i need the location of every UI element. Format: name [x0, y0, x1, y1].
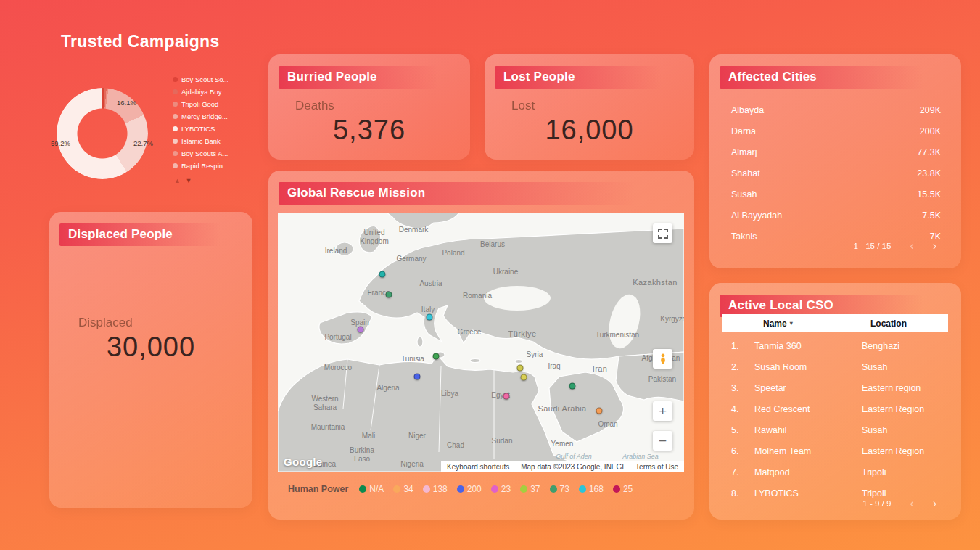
cso-location: Tripoli	[862, 467, 886, 477]
map-country-label: Nigeria	[400, 460, 424, 468]
page-indicator: 1 - 9 / 9	[862, 499, 891, 508]
legend-color-icon	[173, 77, 178, 82]
map-marker[interactable]	[517, 365, 524, 372]
table-row[interactable]: 3.SpeetarEastern region	[722, 377, 948, 398]
column-header-location[interactable]: Location	[870, 319, 907, 329]
chevron-left-icon[interactable]: ‹	[910, 498, 913, 509]
legend-scroll-down-icon[interactable]: ▼	[185, 177, 192, 184]
map-marker[interactable]	[503, 393, 510, 400]
map-country-label: United Kingdom	[355, 229, 393, 245]
map-marker[interactable]	[433, 353, 440, 360]
map-marker[interactable]	[358, 327, 364, 333]
map-marker[interactable]	[427, 314, 433, 321]
city-name: Albayda	[731, 105, 764, 115]
map-country-label: Syria	[527, 350, 543, 358]
table-row[interactable]: 6.Molhem TeamEastern Region	[722, 440, 948, 461]
cso-location: Susah	[862, 362, 887, 372]
metric-label: Lost	[511, 99, 694, 113]
map-country-label: Turkmenistan	[596, 331, 639, 339]
legend-item[interactable]: Boy Scouts A...	[173, 149, 228, 157]
pegman-icon	[658, 353, 668, 365]
map-marker[interactable]	[569, 383, 576, 390]
cso-location: Susah	[862, 425, 887, 435]
map-marker[interactable]	[379, 271, 386, 278]
legend-color-icon	[173, 139, 178, 144]
card-title: Displaced People	[59, 223, 242, 246]
table-row[interactable]: Al Bayyadah7.5K	[731, 205, 941, 226]
map-country-label: Oman	[598, 420, 617, 428]
legend-label: 23	[501, 484, 511, 494]
legend-item[interactable]: Rapid Respin...	[173, 162, 228, 170]
human-power-legend: Human Power N/A 34 138 200 23 37 73 168 …	[288, 484, 633, 494]
table-row[interactable]: 7.MafqoodTripoli	[722, 461, 948, 483]
pegman-button[interactable]	[653, 349, 672, 369]
city-value: 209K	[920, 105, 941, 115]
legend-label: 34	[403, 484, 413, 494]
terms-of-use-link[interactable]: Terms of Use	[635, 463, 678, 471]
map-country-label: Italy	[421, 305, 435, 313]
keyboard-shortcuts-link[interactable]: Keyboard shortcuts	[447, 463, 509, 471]
rescue-mission-card: Global Rescue Mission	[268, 171, 694, 520]
card-title: Affected Cities	[720, 66, 951, 89]
pagination: 1 - 15 / 15 ‹ ›	[854, 240, 936, 252]
cso-location: Eastern region	[862, 383, 921, 393]
map-country-label: Romania	[463, 292, 492, 300]
legend-item[interactable]: Islamic Bank	[173, 137, 228, 145]
map-marker[interactable]	[596, 408, 603, 414]
legend-item: 138	[423, 484, 448, 494]
map-country-label: Iraq	[548, 362, 560, 370]
map-country-label: Chad	[447, 441, 464, 449]
cso-name: Tanmia 360	[754, 341, 862, 351]
zoom-out-button[interactable]: −	[653, 431, 672, 451]
cso-name: LYBOTICS	[754, 488, 862, 498]
table-row[interactable]: Almarj77.3K	[731, 141, 941, 163]
cso-table: 1.Tanmia 360Benghazi 2.Susah RoomSusah 3…	[722, 335, 948, 504]
legend-item[interactable]: LYBOTICS	[173, 125, 228, 133]
table-row[interactable]: 5.RawahilSusah	[722, 419, 948, 440]
legend-item[interactable]: Boy Scout So...	[173, 75, 228, 83]
map-country-label: Iran	[593, 364, 608, 373]
cso-name: Red Crescent	[754, 404, 862, 414]
zoom-in-button[interactable]: +	[653, 401, 672, 421]
legend-item: 25	[613, 484, 633, 494]
table-row[interactable]: Albayda209K	[731, 99, 941, 120]
map-marker[interactable]	[414, 374, 421, 380]
card-title: Lost People	[495, 66, 684, 89]
map-country-label: Ukraine	[493, 268, 518, 276]
legend-color-icon	[173, 89, 178, 94]
map-marker[interactable]	[521, 374, 527, 381]
column-header-name[interactable]: Name ▾	[763, 319, 870, 329]
legend-scroll-up-icon[interactable]: ▲	[174, 177, 181, 184]
donut-slice-label: 22.7%	[133, 139, 153, 147]
column-label: Name	[763, 319, 787, 329]
google-map[interactable]: Denmark United Kingdom Ireland Germany P…	[278, 213, 684, 472]
map-marker[interactable]	[386, 292, 392, 298]
table-row[interactable]: 4.Red CrescentEastern Region	[722, 398, 948, 419]
chevron-right-icon[interactable]: ›	[933, 498, 936, 509]
pagination: 1 - 9 / 9 ‹ ›	[862, 498, 936, 509]
legend-color-icon	[173, 126, 178, 131]
legend-color-icon	[359, 485, 366, 493]
table-row[interactable]: Shahat23.8K	[731, 163, 941, 184]
table-row[interactable]: 1.Tanmia 360Benghazi	[722, 335, 948, 356]
map-country-label: Saudi Arabia	[538, 404, 586, 413]
legend-item[interactable]: Tripoli Good	[173, 100, 228, 108]
cso-location: Eastern Region	[862, 446, 924, 456]
fullscreen-button[interactable]	[653, 223, 672, 243]
legend-label: Tripoli Good	[181, 100, 218, 108]
metric-value: 16,000	[485, 115, 694, 146]
table-row[interactable]: Susah15.5K	[731, 184, 941, 205]
map-country-label: Pakistan	[648, 375, 676, 383]
legend-title: Human Power	[288, 484, 348, 494]
table-row[interactable]: Darna200K	[731, 120, 941, 141]
google-logo: Google	[284, 456, 322, 468]
legend-item[interactable]: Mercy Bridge...	[173, 112, 228, 120]
city-name: Almarj	[731, 147, 757, 157]
chevron-left-icon[interactable]: ‹	[910, 240, 913, 252]
city-value: 15.5K	[917, 189, 941, 200]
legend-item[interactable]: Ajdabiya Boy...	[173, 88, 228, 96]
city-name: Al Bayyadah	[731, 210, 782, 221]
table-row[interactable]: 2.Susah RoomSusah	[722, 356, 948, 377]
chevron-right-icon[interactable]: ›	[933, 240, 936, 252]
row-number: 7.	[722, 467, 754, 477]
